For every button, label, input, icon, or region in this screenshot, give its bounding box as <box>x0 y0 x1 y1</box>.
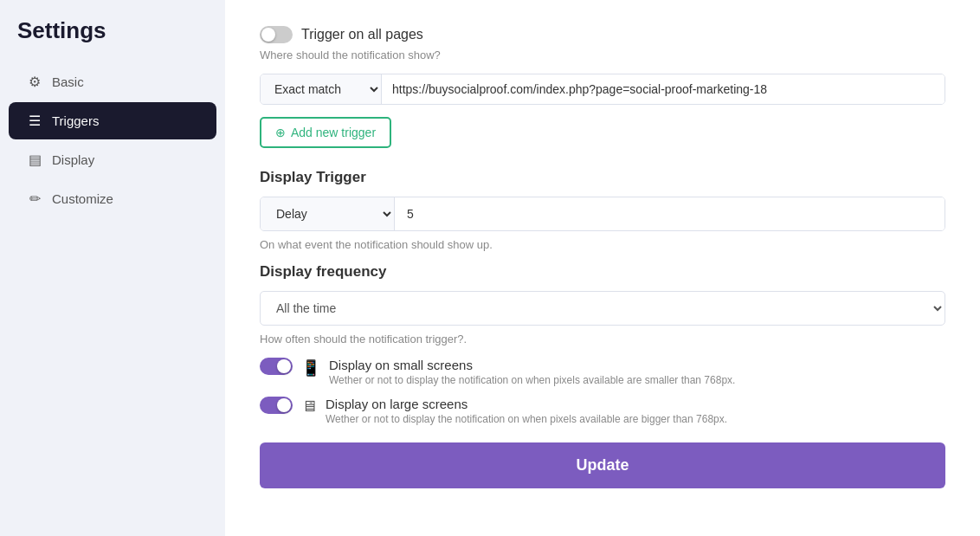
display-icon: ▤ <box>26 152 43 168</box>
small-screen-sub: Wether or not to display the notificatio… <box>329 374 735 386</box>
sidebar-item-label: Triggers <box>52 113 99 128</box>
sidebar-item-basic[interactable]: ⚙ Basic <box>9 63 216 100</box>
sidebar-item-label: Customize <box>52 191 113 206</box>
update-button[interactable]: Update <box>260 442 945 488</box>
gear-icon: ⚙ <box>26 74 43 90</box>
toggle-thumb <box>277 398 291 412</box>
url-input[interactable] <box>382 74 945 104</box>
large-screen-label: Display on large screens <box>326 397 727 411</box>
sidebar-item-triggers[interactable]: ☰ Triggers <box>9 102 216 139</box>
main-content: Trigger on all pages Where should the no… <box>225 0 980 536</box>
add-trigger-label: Add new trigger <box>291 126 376 139</box>
large-screen-sub: Wether or not to display the notificatio… <box>326 413 727 425</box>
delay-sub: On what event the notification should sh… <box>260 238 945 251</box>
toggle-thumb <box>261 28 275 42</box>
trigger-all-pages-row: Trigger on all pages <box>260 26 945 43</box>
large-screen-info: Display on large screens Wether or not t… <box>326 397 727 425</box>
sidebar-item-label: Basic <box>52 74 84 89</box>
customize-icon: ✏ <box>26 191 43 207</box>
large-screen-toggle[interactable] <box>260 397 293 414</box>
add-trigger-button[interactable]: ⊕ Add new trigger <box>260 117 391 148</box>
trigger-all-pages-sub: Where should the notification show? <box>260 48 945 61</box>
page-title: Settings <box>0 17 225 61</box>
frequency-sub: How often should the notification trigge… <box>260 333 945 345</box>
plus-icon: ⊕ <box>275 126 286 139</box>
sidebar-item-label: Display <box>52 152 94 167</box>
small-screen-info: Display on small screens Wether or not t… <box>329 358 735 386</box>
match-type-select[interactable]: Exact match Contains Starts with Regex <box>261 74 382 104</box>
mobile-icon: 📱 <box>301 358 320 378</box>
display-trigger-title: Display Trigger <box>260 169 945 186</box>
trigger-all-pages-label: Trigger on all pages <box>301 27 423 42</box>
delay-value-input[interactable] <box>395 197 945 230</box>
small-screen-row: 📱 Display on small screens Wether or not… <box>260 358 945 386</box>
toggle-thumb <box>277 359 291 373</box>
delay-type-select[interactable]: Delay Immediately On scroll On exit inte… <box>261 197 395 230</box>
small-screen-toggle[interactable] <box>260 358 293 375</box>
small-screen-label: Display on small screens <box>329 358 735 372</box>
frequency-select[interactable]: All the time Once per session Once per d… <box>260 291 945 326</box>
trigger-all-pages-toggle[interactable] <box>260 26 293 43</box>
sidebar-item-display[interactable]: ▤ Display <box>9 141 216 178</box>
delay-row: Delay Immediately On scroll On exit inte… <box>260 197 945 231</box>
triggers-icon: ☰ <box>26 113 43 129</box>
sidebar: Settings ⚙ Basic ☰ Triggers ▤ Display ✏ … <box>0 0 225 536</box>
large-screen-row: 🖥 Display on large screens Wether or not… <box>260 397 945 425</box>
sidebar-item-customize[interactable]: ✏ Customize <box>9 180 216 217</box>
display-frequency-title: Display frequency <box>260 263 945 281</box>
url-match-row: Exact match Contains Starts with Regex <box>260 74 945 105</box>
desktop-icon: 🖥 <box>301 397 317 416</box>
